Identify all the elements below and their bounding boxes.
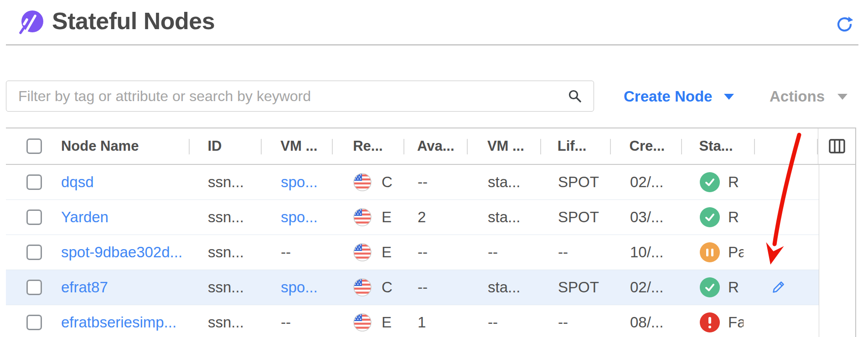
region-letter: E [382,314,392,331]
row-checkbox[interactable] [26,315,42,330]
status-badge [700,207,720,227]
availability-zone: -- [418,174,428,191]
table-row[interactable]: efratbseriesimp... ssn... -- [6,305,855,337]
nodes-table: Node Name ID VM ... Re... Ava... VM ... … [6,128,856,337]
column-header-status[interactable]: Sta... [682,128,755,164]
node-name-link[interactable]: dqsd [61,174,94,191]
actions-label: Actions [770,88,825,105]
check-icon [703,211,716,224]
availability-zone: 1 [418,314,426,331]
vm-name: sta... [488,209,521,226]
region-letter: C [382,279,393,296]
row-checkbox[interactable] [26,174,42,190]
column-header-created[interactable]: Cre... [611,128,682,164]
table-row[interactable]: dqsd ssn... spo... [6,165,855,200]
table-row[interactable]: Yarden ssn... spo... [6,200,855,235]
check-icon [703,281,716,294]
select-all-checkbox[interactable] [26,138,42,154]
column-header-id[interactable]: ID [190,128,262,164]
filter-input[interactable] [6,81,594,112]
node-name-link[interactable]: efratbseriesimp... [61,314,176,331]
status-label: Pa [728,244,744,261]
region-letter: E [382,209,392,226]
status-label: R [728,209,739,226]
node-name-link[interactable]: Yarden [61,209,108,226]
filter-bar [6,81,594,112]
pinned-column-cell [819,235,855,270]
lifecycle: SPOT [558,279,599,296]
column-header-availability[interactable]: Ava... [404,128,468,164]
vm-link[interactable]: spo... [281,279,318,296]
node-name-link[interactable]: efrat87 [61,279,108,296]
vm-name: -- [488,244,498,261]
column-header-vm-name[interactable]: VM ... [468,128,541,164]
table-header-row: Node Name ID VM ... Re... Ava... VM ... … [6,128,855,165]
table-row[interactable]: efrat87 ssn... spo... [6,270,855,305]
created-at: 10/... [611,235,683,270]
refresh-button[interactable] [835,15,853,34]
stateful-nodes-page: Stateful Nodes Create Node Actions Node … [0,0,868,337]
pause-icon [706,249,713,256]
vm-link: -- [281,314,291,331]
spot-logo-icon [19,10,44,35]
vm-name: sta... [488,279,521,296]
actions-button[interactable]: Actions [770,86,847,107]
status-label: R [728,174,739,191]
node-id: ssn... [208,279,244,296]
pinned-column-cell [819,165,855,200]
pinned-column-cell [819,305,855,337]
search-icon [568,89,582,103]
column-header-actions [755,128,818,164]
status-label: R [728,279,739,296]
node-name-link[interactable]: spot-9dbae302d... [61,244,182,261]
column-header-region[interactable]: Re... [333,128,404,164]
vm-name: sta... [488,174,521,191]
chevron-down-icon [837,94,847,100]
us-flag-icon [353,243,372,261]
vm-link[interactable]: spo... [281,174,318,191]
pencil-icon [771,280,786,294]
lifecycle: SPOT [558,209,599,226]
availability-zone: -- [418,279,428,296]
row-checkbox[interactable] [26,245,42,260]
us-flag-icon [353,278,372,296]
edit-node-button[interactable] [771,280,786,295]
status-badge [700,312,720,332]
us-flag-icon [353,313,372,332]
create-node-button[interactable]: Create Node [624,86,734,107]
column-header-lifecycle[interactable]: Lif... [541,128,611,164]
availability-zone: -- [418,244,428,261]
created-at: 02/... [611,165,683,199]
status-badge [700,172,720,192]
lifecycle: -- [558,244,568,261]
node-id: ssn... [208,244,244,261]
header-divider [6,44,858,46]
table-row[interactable]: spot-9dbae302d... ssn... -- [6,235,855,270]
status-label: Fa [728,314,744,331]
pinned-column-cell [819,270,855,305]
node-id: ssn... [208,314,244,331]
table-body: dqsd ssn... spo... [6,165,855,337]
us-flag-icon [353,208,372,226]
created-at: 02/... [611,270,683,305]
chevron-down-icon [724,94,734,100]
column-picker-icon[interactable] [829,139,845,153]
created-at: 03/... [611,200,683,235]
refresh-icon [836,15,853,33]
region-letter: C [382,174,393,191]
page-title: Stateful Nodes [52,7,215,35]
vm-link: -- [281,244,291,261]
node-id: ssn... [208,174,244,191]
vm-link[interactable]: spo... [281,209,318,226]
column-header-vm[interactable]: VM ... [262,128,333,164]
status-badge [700,242,720,262]
column-header-node-name[interactable]: Node Name [50,128,190,164]
exclamation-icon [708,317,711,328]
check-icon [703,176,716,189]
status-badge [700,277,720,297]
vm-name: -- [488,314,498,331]
row-checkbox[interactable] [26,209,42,225]
pinned-column-cell [819,200,855,235]
us-flag-icon [353,173,372,191]
row-checkbox[interactable] [26,280,42,295]
